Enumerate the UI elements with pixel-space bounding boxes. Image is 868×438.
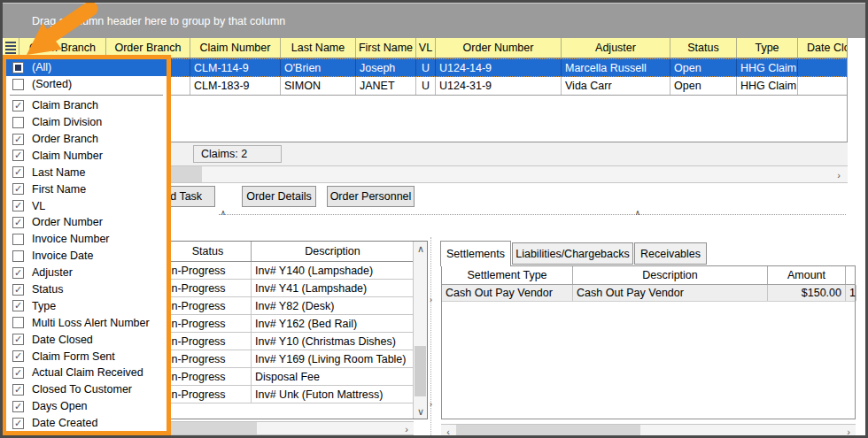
grid-cell[interactable]: CLM-183-9 (190, 77, 281, 95)
chooser-item-date-created[interactable]: Date Created (6, 415, 167, 432)
grid-cell[interactable]: HHG Claim (737, 77, 798, 95)
chooser-item-last-name[interactable]: Last Name (6, 164, 167, 181)
checkbox-checked-icon[interactable] (12, 267, 24, 279)
chooser-item-claim-form-sent[interactable]: Claim Form Sent (6, 348, 167, 365)
checkbox-checked-icon[interactable] (12, 300, 24, 311)
checkbox-checked-icon[interactable] (12, 134, 24, 145)
grid-cell[interactable]: Inv# Unk (Futon Mattress) (252, 386, 415, 403)
chooser-item-sorted[interactable]: (Sorted) (6, 76, 167, 93)
grid-cell[interactable]: In-Progress (165, 280, 252, 296)
col-header-date-closed[interactable]: Date Closed (798, 38, 848, 58)
settlement-row[interactable]: Cash Out Pay VendorCash Out Pay Vendor$1… (442, 285, 855, 302)
grid-cell[interactable]: Inv# Y162 (Bed Rail) (252, 315, 415, 332)
grid-cell[interactable]: JANET (356, 77, 416, 95)
checkbox-checked-icon[interactable] (12, 418, 24, 429)
grid-cell[interactable]: In-Progress (165, 350, 252, 367)
scroll-up-icon[interactable]: ∧ (414, 242, 428, 256)
grid-cell[interactable]: O'Brien (281, 59, 356, 76)
checkbox-checked-icon[interactable] (12, 183, 24, 195)
collapse-up-icon[interactable]: ∧ (635, 209, 640, 217)
grid-cell[interactable]: 1 (846, 285, 856, 301)
chooser-item-first-name[interactable]: First Name (6, 181, 167, 197)
grid-cell[interactable]: U124-14-9 (436, 59, 562, 76)
chooser-item-invoice-number[interactable]: Invoice Number (6, 231, 167, 248)
item-row[interactable]: In-ProgressInv# Y10 (Christmas Dishes) (165, 333, 427, 350)
tab-receivables[interactable]: Receivables (634, 242, 707, 265)
col-header-order-number[interactable]: Order Number (436, 38, 562, 58)
collapse-up-icon[interactable]: ∧ (221, 209, 226, 217)
grid-cell[interactable]: $150.00 (768, 285, 846, 301)
checkbox-unchecked-icon[interactable] (12, 234, 24, 245)
checkbox-checked-icon[interactable] (12, 401, 24, 412)
chooser-item-type[interactable]: Type (6, 297, 167, 314)
order-personnel-button[interactable]: Order Personnel (327, 186, 415, 207)
items-vscrollbar-thumb[interactable] (415, 346, 426, 396)
checkbox-checked-icon[interactable] (12, 350, 24, 362)
checkbox-unchecked-icon[interactable] (12, 317, 24, 328)
checkbox-checked-icon[interactable] (12, 284, 24, 296)
chooser-item-order-branch[interactable]: Order Branch (6, 131, 167, 148)
order-details-button[interactable]: Order Details (242, 186, 316, 207)
splitter-right-icon[interactable]: › (430, 296, 432, 304)
col-header-claim-number[interactable]: Claim Number (190, 38, 281, 58)
chooser-item-status[interactable]: Status (6, 281, 167, 298)
grid-cell[interactable]: Inv# Y82 (Desk) (252, 297, 415, 314)
group-by-bar[interactable]: Drag a column header here to group by th… (2, 3, 866, 38)
grid-cell[interactable]: Cash Out Pay Vendor (573, 285, 768, 301)
grid-cell[interactable]: Open (670, 59, 737, 76)
grid-cell[interactable]: In-Progress (165, 262, 252, 279)
scroll-right-icon[interactable]: › (832, 168, 846, 182)
grid-cell[interactable]: Inv# Y41 (Lampshade) (252, 280, 415, 296)
settlements-hscrollbar-thumb[interactable] (456, 425, 640, 437)
col-header-description[interactable]: Description (252, 242, 415, 261)
grid-cell[interactable]: HHG Claim (737, 59, 798, 76)
item-row[interactable]: In-ProgressInv# Y41 (Lampshade) (165, 280, 427, 297)
chooser-item-claim-division[interactable]: Claim Division (6, 114, 167, 131)
scroll-right-icon[interactable]: › (399, 422, 414, 436)
scroll-left-icon[interactable]: ‹ (441, 425, 455, 438)
scroll-right-icon[interactable]: › (841, 425, 856, 438)
grid-cell[interactable]: U (416, 77, 436, 95)
chooser-item-closed-to-customer[interactable]: Closed To Customer (6, 381, 167, 398)
horizontal-splitter[interactable]: ∧ ∧ (219, 214, 846, 215)
items-hscrollbar-thumb[interactable] (164, 422, 257, 434)
grid-cell[interactable]: U124-31-9 (436, 77, 562, 95)
checkbox-checked-icon[interactable] (12, 217, 24, 228)
grid-cell[interactable]: Joseph (356, 59, 416, 76)
grid-cell[interactable] (798, 59, 848, 76)
chooser-item-actual-claim-received[interactable]: Actual Claim Received (6, 365, 167, 381)
col-header-adjuster[interactable]: Adjuster (562, 38, 670, 58)
grid-cell[interactable]: Disposal Fee (252, 368, 415, 385)
col-header-amount[interactable]: Amount (768, 266, 846, 284)
checkbox-checked-icon[interactable] (12, 367, 24, 379)
chooser-item-date-closed[interactable]: Date Closed (6, 331, 167, 348)
grid-cell[interactable]: In-Progress (165, 333, 252, 350)
grid-cell[interactable]: CLM-114-9 (190, 59, 281, 76)
checkbox-checked-icon[interactable] (12, 150, 24, 161)
chooser-item-multi-loss-alert-number[interactable]: Multi Loss Alert Number (6, 314, 167, 331)
checkbox-unchecked-icon[interactable] (12, 117, 24, 128)
grid-cell[interactable]: U (416, 59, 436, 76)
chooser-item-adjuster[interactable]: Adjuster (6, 265, 167, 281)
col-header-settlement-type[interactable]: Settlement Type (442, 266, 573, 284)
grid-cell[interactable]: In-Progress (165, 315, 252, 332)
checkbox-checked-icon[interactable] (12, 384, 24, 396)
grid-cell[interactable]: Inv# Y169 (Living Room Table) (252, 350, 415, 367)
item-row[interactable]: In-ProgressInv# Y162 (Bed Rail) (165, 315, 427, 333)
grid-cell[interactable]: Marcella Russell (562, 59, 670, 76)
vertical-splitter[interactable]: › › (430, 237, 439, 435)
scroll-down-icon[interactable]: ∨ (414, 404, 428, 419)
col-header-vl[interactable]: VL (416, 38, 436, 58)
chooser-item-claim-number[interactable]: Claim Number (6, 147, 167, 164)
items-vscrollbar[interactable]: ∧ ∨ (413, 242, 427, 419)
item-row[interactable]: In-ProgressDisposal Fee (165, 368, 427, 386)
chooser-item-days-open[interactable]: Days Open (6, 398, 167, 415)
grid-cell[interactable]: Inv# Y10 (Christmas Dishes) (252, 333, 415, 350)
col-header-type[interactable]: Type (737, 38, 798, 58)
grid-cell[interactable]: In-Progress (165, 386, 252, 403)
grid-cell[interactable] (798, 77, 848, 95)
col-header-status[interactable]: Status (670, 38, 737, 58)
checkbox-checked-icon[interactable] (12, 200, 24, 211)
chooser-item-invoice-date[interactable]: Invoice Date (6, 248, 167, 265)
item-row[interactable]: In-ProgressInv# Unk (Futon Mattress) (165, 386, 427, 403)
